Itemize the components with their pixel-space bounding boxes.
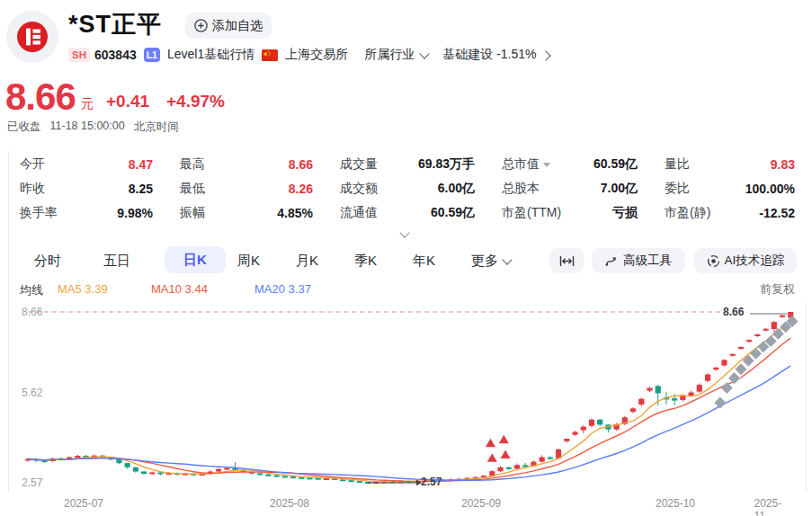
tab-monthly-k[interactable]: 月K	[296, 253, 318, 270]
range-measure-icon	[559, 255, 575, 267]
stat-low: 最低8.26	[180, 179, 313, 199]
advanced-tools-button[interactable]: 高级工具	[592, 248, 685, 273]
stock-detail-page: *ST正平 添加自选 SH 603843 L1 Level1基础行情 上海交易所…	[0, 0, 812, 516]
x-axis-tick-jul: 2025-07	[64, 497, 103, 510]
stat-prev-close: 昨收8.25	[20, 179, 153, 199]
level-text: Level1基础行情	[167, 47, 254, 63]
ma10-line	[28, 338, 790, 481]
stat-volume: 成交量69.83万手	[340, 155, 475, 174]
ma20-line	[28, 366, 790, 480]
stat-pe-static: 市盈(静)-12.52	[665, 203, 795, 223]
stock-meta-row: SH 603843 L1 Level1基础行情 上海交易所 所属行业 基础建设 …	[68, 46, 549, 64]
quote-time: 11-18 15:00:00	[50, 120, 125, 135]
stat-market-cap-label: 总市值	[502, 156, 540, 173]
kline-chart[interactable]	[0, 302, 812, 493]
tab-more-dropdown[interactable]: 更多	[471, 253, 511, 270]
quote-stats-grid: 今开8.47 最高8.66 成交量69.83万手 总市值 60.59亿 量比9.…	[20, 155, 795, 223]
x-axis-tick-oct: 2025-10	[656, 497, 695, 510]
ma5-legend[interactable]: MA5 3.39	[58, 282, 108, 296]
price-unit: 元	[81, 96, 94, 112]
price-change: +0.41	[106, 92, 149, 111]
stat-turnover-amount: 成交额6.00亿	[340, 179, 475, 199]
tab-five-day[interactable]: 五日	[103, 253, 130, 270]
tab-quarterly-k[interactable]: 季K	[354, 253, 377, 270]
ma5-line	[28, 323, 790, 482]
y-axis-tick-mid: 5.62	[22, 387, 42, 399]
adjust-mode-selector[interactable]: 前复权	[760, 281, 795, 298]
industry-dropdown[interactable]: 所属行业	[364, 47, 428, 63]
measure-tool-button[interactable]	[549, 248, 584, 273]
market-badge: SH	[68, 48, 90, 62]
x-axis-tick-nov: 2025-11	[754, 497, 793, 516]
stat-commission-ratio: 委比100.00%	[665, 179, 795, 199]
candles-layer	[25, 312, 793, 484]
y-axis-tick-high: 8.66	[22, 306, 42, 318]
y-axis-tick-low: 2.57	[22, 476, 42, 489]
advanced-tools-label: 高级工具	[623, 253, 672, 269]
ai-track-button[interactable]: AI技术追踪	[694, 248, 797, 273]
industry-link[interactable]: 基础建设 -1.51%	[442, 47, 549, 63]
tab-more-label: 更多	[471, 253, 498, 270]
stats-collapse-button[interactable]	[401, 224, 408, 240]
industry-value: 基础建设 -1.51%	[442, 47, 536, 63]
route-tool-icon	[605, 254, 619, 267]
stat-amplitude: 振幅4.85%	[180, 203, 313, 223]
stat-pe-ttm: 市盈(TTM)亏损	[502, 203, 638, 223]
plus-circle-icon	[194, 19, 208, 32]
price-change-pct: +4.97%	[166, 92, 225, 111]
stat-open: 今开8.47	[20, 155, 153, 174]
ma-legend-title: 均线	[20, 282, 43, 298]
tab-minute[interactable]: 分时	[34, 253, 61, 270]
stat-volume-ratio: 量比9.83	[665, 155, 795, 174]
stat-float-cap: 流通值60.59亿	[340, 203, 475, 223]
tab-daily-k[interactable]: 日K	[165, 246, 226, 273]
low-price-annotation: 2.57	[421, 476, 442, 488]
stock-code: 603843	[94, 48, 137, 62]
exchange-name: 上海交易所	[285, 47, 348, 63]
add-watchlist-button[interactable]: 添加自选	[185, 13, 272, 39]
stat-high: 最高8.66	[180, 155, 313, 174]
ma10-legend[interactable]: MA10 3.44	[151, 282, 208, 296]
page-title: *ST正平	[68, 8, 162, 40]
x-axis-tick-aug: 2025-08	[270, 497, 309, 510]
timezone-label: 北京时间	[134, 120, 179, 135]
ai-track-label: AI技术追踪	[725, 253, 785, 269]
tab-weekly-k[interactable]: 周K	[237, 253, 260, 270]
stat-total-shares: 总股本7.00亿	[502, 179, 638, 199]
add-watchlist-label: 添加自选	[212, 18, 263, 34]
high-price-annotation: 8.66	[723, 306, 744, 318]
market-status: 已收盘	[7, 120, 41, 135]
stat-market-cap: 总市值 60.59亿	[502, 155, 638, 174]
china-flag-icon	[262, 49, 278, 61]
chevron-down-icon	[420, 49, 430, 58]
chevron-down-icon	[399, 227, 409, 237]
stat-turnover-rate: 换手率9.98%	[20, 203, 153, 223]
caret-down-icon[interactable]	[543, 163, 550, 167]
tab-yearly-k[interactable]: 年K	[413, 253, 435, 270]
market-status-row: 已收盘 11-18 15:00:00 北京时间	[7, 120, 179, 135]
stock-logo	[6, 11, 58, 63]
ma20-legend[interactable]: MA20 3.37	[254, 282, 311, 296]
stock-logo-icon	[6, 11, 58, 63]
signal-triangles-layer	[486, 435, 511, 462]
x-axis-tick-sep: 2025-09	[461, 497, 501, 510]
ai-radar-icon	[707, 254, 720, 268]
chevron-right-icon	[541, 50, 551, 60]
industry-label: 所属行业	[364, 47, 415, 63]
level-badge: L1	[144, 48, 160, 62]
last-price: 8.66	[5, 76, 76, 119]
chevron-down-icon	[502, 254, 512, 264]
